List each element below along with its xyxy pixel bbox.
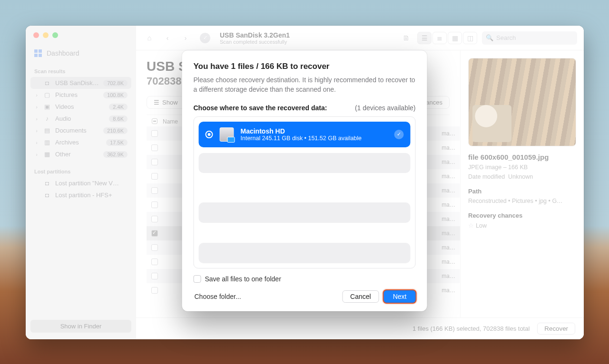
radio-selected-icon [206, 131, 213, 138]
destination-list: Macintosh HD Internal 245.11 GB disk • 1… [194, 116, 416, 268]
check-icon: ✓ [394, 130, 404, 139]
destination-details: Internal 245.11 GB disk • 151.52 GB avai… [241, 135, 362, 142]
destination-placeholder [199, 243, 411, 263]
next-button[interactable]: Next [384, 290, 416, 303]
internal-disk-icon [220, 127, 234, 142]
save-all-checkbox[interactable] [194, 275, 201, 283]
destination-option-macintosh-hd[interactable]: Macintosh HD Internal 245.11 GB disk • 1… [199, 122, 411, 147]
dialog-title: You have 1 files / 166 KB to recover [194, 62, 416, 71]
dialog-description: Please choose recovery destination. It i… [194, 75, 416, 95]
recovery-destination-dialog: You have 1 files / 166 KB to recover Ple… [182, 50, 427, 311]
choose-destination-label: Choose where to save the recovered data: [194, 104, 327, 112]
dialog-footer: Choose folder... Cancel Next [194, 290, 416, 303]
cancel-button[interactable]: Cancel [342, 290, 379, 303]
save-all-one-folder-row[interactable]: Save all files to one folder [194, 275, 416, 283]
destination-placeholder [199, 202, 411, 223]
devices-available-label: (1 devices available) [355, 104, 416, 112]
destination-name: Macintosh HD [241, 127, 362, 135]
destination-placeholder [199, 153, 411, 173]
save-all-label: Save all files to one folder [205, 275, 281, 283]
choose-folder-button[interactable]: Choose folder... [194, 291, 242, 302]
